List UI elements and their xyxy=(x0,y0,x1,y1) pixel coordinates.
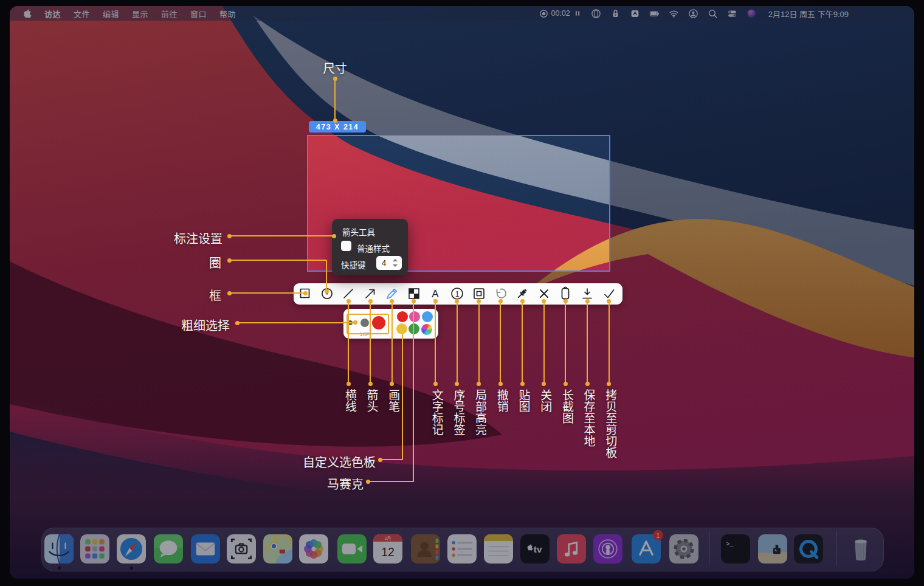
messages-icon[interactable] xyxy=(154,534,183,564)
launchpad-icon[interactable] xyxy=(80,534,109,564)
reminders-icon[interactable] xyxy=(447,534,477,564)
trash-icon[interactable] xyxy=(846,534,875,564)
stepper-down-icon[interactable] xyxy=(393,264,398,267)
callout-arrow-tool-label: 箭头 xyxy=(364,389,378,412)
menu-item-file[interactable]: 文件 xyxy=(74,8,90,19)
preview-icon[interactable] xyxy=(758,534,787,564)
callout-dot xyxy=(520,382,525,386)
pause-icon[interactable] xyxy=(573,9,582,18)
wifi-icon[interactable] xyxy=(669,9,679,19)
menu-bar-clock[interactable]: 2月12日 周五 下午9:09 xyxy=(768,8,849,19)
color-swatch-pink[interactable] xyxy=(409,311,420,322)
callout-line xyxy=(381,459,403,460)
menu-item-edit[interactable]: 编辑 xyxy=(103,8,119,19)
color-swatch-green[interactable] xyxy=(409,323,419,334)
callout-line xyxy=(370,302,371,383)
callout-thickness-label: 粗细选择 xyxy=(151,316,230,334)
dock-divider xyxy=(709,531,709,565)
mail-icon[interactable] xyxy=(191,534,220,564)
menu-bar-status-area: 00:02 A 2月12日 周五 下午9:09 xyxy=(539,6,849,21)
maps-icon[interactable] xyxy=(263,534,292,564)
callout-line xyxy=(587,302,588,383)
callout-mosaic-label: 马赛克 xyxy=(309,475,364,492)
status-icons: A xyxy=(591,9,757,19)
svg-text:A: A xyxy=(633,10,636,16)
quicktime-icon[interactable] xyxy=(794,534,823,564)
popup-title: 箭头工具 xyxy=(342,226,375,238)
finder-icon[interactable] xyxy=(44,534,74,564)
svg-text:12: 12 xyxy=(381,545,395,559)
color-swatch-rainbow[interactable] xyxy=(421,324,432,335)
spotlight-search-icon[interactable] xyxy=(708,9,718,19)
menu-item-finder[interactable]: 访达 xyxy=(44,8,61,19)
menu-item-window[interactable]: 窗口 xyxy=(190,8,207,19)
callout-line xyxy=(609,302,610,383)
account-icon[interactable] xyxy=(688,9,698,19)
desktop-screen: 访达文件编辑显示前往窗口帮助 00:02 A 2月12日 周五 下午9:09 2… xyxy=(10,6,914,579)
menu-item-view[interactable]: 显示 xyxy=(132,8,148,19)
callout-line xyxy=(326,260,327,290)
svg-text:2月: 2月 xyxy=(385,536,391,541)
callout-line xyxy=(348,302,349,383)
callout-line xyxy=(522,302,523,383)
callout-pin-to-screen-button-label: 贴图 xyxy=(515,389,530,412)
callout-dot xyxy=(368,382,373,386)
callout-line-tool-label: 横线 xyxy=(342,389,356,412)
menu-item-help[interactable]: 帮助 xyxy=(219,8,236,19)
safari-icon[interactable] xyxy=(117,534,146,564)
appletv-icon[interactable]: tv xyxy=(520,534,550,564)
callout-dot xyxy=(542,382,546,386)
callout-pen-tool-label: 画笔 xyxy=(385,389,399,412)
color-swatch-yellow[interactable] xyxy=(396,323,407,334)
callout-line xyxy=(435,302,436,383)
control-center-icon[interactable] xyxy=(727,9,737,19)
recording-stop-icon[interactable] xyxy=(539,9,548,18)
callout-dot xyxy=(607,382,611,386)
svg-text:>_: >_ xyxy=(726,541,734,548)
color-swatch-red[interactable] xyxy=(397,311,408,322)
recording-timer: 00:02 xyxy=(551,9,570,18)
photos-icon[interactable] xyxy=(299,534,328,564)
lock-icon[interactable] xyxy=(610,9,621,19)
callout-dot xyxy=(390,382,394,386)
callout-line xyxy=(230,235,333,236)
podcasts-icon[interactable] xyxy=(593,534,622,564)
battery-icon[interactable] xyxy=(649,9,660,19)
callout-custom-palette-label: 自定义选色板 xyxy=(291,453,376,471)
running-indicator-dot xyxy=(130,567,133,570)
menu-bar: 访达文件编辑显示前往窗口帮助 00:02 A 2月12日 周五 下午9:09 xyxy=(10,6,914,21)
stepper-up-icon[interactable] xyxy=(393,259,398,261)
svg-text:1: 1 xyxy=(455,290,460,298)
screen-recording-indicator[interactable]: 00:02 xyxy=(539,9,582,18)
callout-box-label: 框 xyxy=(185,286,221,304)
menu-bar-left: 访达文件编辑显示前往窗口帮助 xyxy=(10,8,236,19)
notes-icon[interactable] xyxy=(484,534,513,564)
callout-dot xyxy=(477,382,481,386)
callout-long-screenshot-button-label: 长截图 xyxy=(559,389,573,424)
calendar-icon[interactable]: 2月12 xyxy=(373,534,402,564)
shortcut-value: 4 xyxy=(382,258,386,267)
apple-menu-icon[interactable] xyxy=(22,9,32,18)
menu-item-go[interactable]: 前往 xyxy=(161,8,178,19)
facetime-icon[interactable] xyxy=(337,534,367,564)
screenshot-app-icon[interactable] xyxy=(227,534,256,564)
callout-dot xyxy=(333,119,337,123)
color-swatch-blue[interactable] xyxy=(422,311,433,322)
terminal-icon[interactable]: >_ xyxy=(721,534,750,564)
callout-line xyxy=(334,80,336,120)
dock-divider xyxy=(836,531,836,565)
callout-line xyxy=(565,302,566,383)
settings-icon[interactable] xyxy=(669,534,698,564)
callout-dot xyxy=(332,234,336,238)
music-icon[interactable] xyxy=(557,534,586,564)
app-sphere-icon[interactable] xyxy=(746,9,757,19)
shortcut-stepper[interactable]: 4 xyxy=(376,256,402,270)
normal-style-label: 普通样式 xyxy=(357,242,390,254)
normal-style-checkbox[interactable] xyxy=(341,241,351,251)
input-method-icon[interactable]: A xyxy=(630,9,640,19)
contacts-icon[interactable] xyxy=(411,534,440,564)
callout-dot xyxy=(564,382,568,386)
appstore-badge: 1 xyxy=(653,530,663,540)
app-swirl-icon[interactable] xyxy=(591,9,601,19)
callout-dot xyxy=(585,382,590,386)
